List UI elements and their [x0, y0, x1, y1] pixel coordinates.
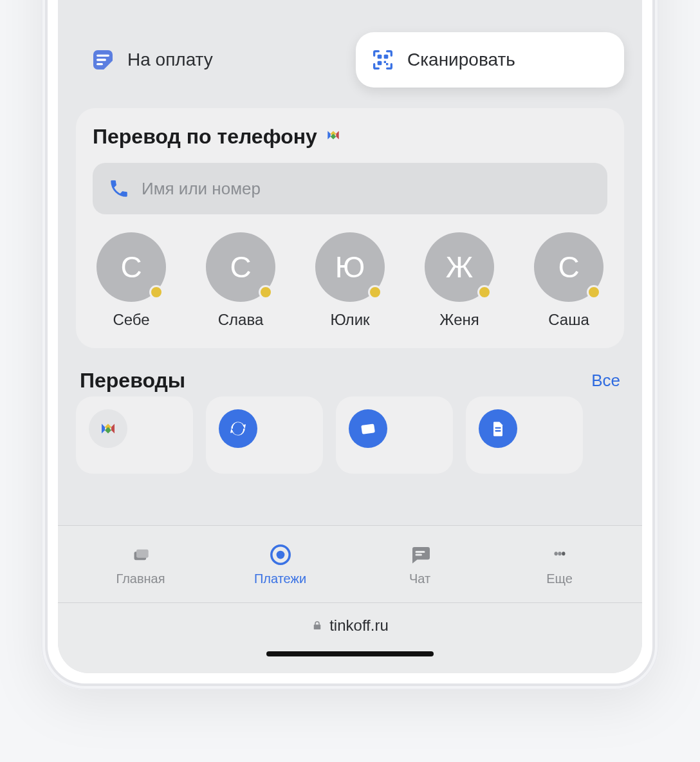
transfers-all-link[interactable]: Все	[591, 371, 620, 391]
transfer-tile-sbp[interactable]	[76, 396, 193, 474]
svg-marker-13	[111, 424, 115, 434]
lock-icon	[311, 620, 323, 631]
status-dot-icon	[259, 285, 273, 299]
status-dot-icon	[587, 285, 601, 299]
contact-name: Себе	[113, 311, 149, 329]
phone-screen: На оплату	[58, 0, 642, 673]
svg-point-19	[554, 552, 557, 555]
tab-more[interactable]: Еще	[490, 542, 629, 586]
quick-actions-row: На оплату	[76, 32, 624, 88]
pay-chip-label: На оплату	[127, 50, 213, 70]
avatar-initial: С	[230, 250, 251, 284]
scan-chip[interactable]: Сканировать	[356, 32, 624, 88]
transfer-tile-card[interactable]	[336, 396, 453, 474]
svg-marker-9	[336, 131, 338, 140]
phone-mockup: На оплату	[41, 0, 659, 690]
tab-bar: Главная Платежи	[58, 525, 642, 602]
contact-item[interactable]: Ю Юлик	[311, 232, 389, 329]
avatar: Ж	[425, 232, 494, 302]
browser-url-text: tinkoff.ru	[329, 617, 389, 635]
transfers-header: Переводы Все	[76, 369, 624, 393]
scan-chip-label: Сканировать	[407, 50, 515, 70]
document-icon	[479, 409, 517, 448]
home-indicator-bar	[266, 651, 434, 656]
transfers-row	[76, 396, 624, 474]
phone-transfer-card: Перевод по телефону	[76, 108, 624, 348]
phone-search-placeholder: Имя или номер	[142, 179, 261, 199]
phone-transfer-title-text: Перевод по телефону	[93, 125, 317, 149]
home-indicator[interactable]	[58, 647, 642, 673]
qr-scan-icon	[370, 47, 396, 73]
card-icon	[349, 409, 387, 448]
sbp-icon	[325, 125, 342, 149]
avatar: Ю	[315, 232, 385, 302]
svg-point-20	[558, 552, 561, 555]
svg-marker-6	[327, 131, 330, 140]
tab-more-label: Еще	[546, 572, 573, 586]
tab-home-label: Главная	[116, 572, 165, 586]
svg-rect-16	[136, 550, 149, 558]
browser-url-bar[interactable]: tinkoff.ru	[58, 602, 642, 647]
chat-icon	[407, 542, 433, 568]
avatar: С	[206, 232, 275, 302]
contact-name: Юлик	[330, 311, 369, 329]
svg-point-18	[276, 551, 284, 559]
transfer-tile-details[interactable]	[466, 396, 583, 474]
tab-payments-label: Платежи	[254, 572, 306, 586]
contact-name: Саша	[548, 311, 589, 329]
avatar-initial: С	[120, 250, 142, 284]
tab-home[interactable]: Главная	[71, 542, 210, 586]
transfers-title: Переводы	[80, 369, 185, 393]
contact-item[interactable]: С Слава	[202, 232, 279, 329]
transfers-section: Переводы Все	[76, 369, 624, 474]
svg-point-21	[562, 552, 565, 555]
svg-rect-5	[386, 63, 388, 65]
avatar-initial: Ж	[446, 250, 473, 284]
tab-chat-label: Чат	[409, 572, 430, 586]
avatar: С	[534, 232, 603, 302]
avatar-initial: С	[558, 250, 579, 284]
svg-rect-3	[378, 61, 382, 66]
tab-chat[interactable]: Чат	[350, 542, 490, 586]
receipt-icon	[90, 47, 116, 73]
svg-marker-10	[102, 424, 105, 434]
avatar: С	[97, 232, 166, 302]
svg-rect-2	[384, 55, 389, 59]
phone-transfer-title: Перевод по телефону	[93, 125, 607, 149]
svg-rect-4	[384, 61, 386, 63]
contact-item[interactable]: С Саша	[530, 232, 607, 329]
pay-chip[interactable]: На оплату	[76, 32, 344, 88]
card-stack-icon	[128, 542, 154, 568]
status-dot-icon	[477, 285, 492, 299]
contacts-row: С Себе С Слава	[93, 232, 607, 329]
contact-name: Слава	[218, 311, 264, 329]
svg-rect-1	[378, 55, 382, 59]
tab-payments[interactable]: Платежи	[210, 542, 350, 586]
phone-frame: На оплату	[41, 0, 659, 690]
phone-icon	[108, 178, 130, 200]
sbp-circle-icon	[89, 409, 127, 448]
transfer-tile-exchange[interactable]	[206, 396, 323, 474]
exchange-icon	[219, 409, 257, 448]
svg-rect-14	[361, 423, 375, 434]
contact-item[interactable]: С Себе	[93, 232, 170, 329]
app-content: На оплату	[58, 0, 642, 525]
avatar-initial: Ю	[335, 250, 365, 284]
status-dot-icon	[368, 285, 382, 299]
more-icon	[547, 542, 573, 568]
contact-item[interactable]: Ж Женя	[421, 232, 498, 329]
payments-icon	[268, 542, 293, 568]
status-dot-icon	[149, 285, 163, 299]
contact-name: Женя	[439, 311, 479, 329]
phone-search-input[interactable]: Имя или номер	[93, 163, 607, 214]
